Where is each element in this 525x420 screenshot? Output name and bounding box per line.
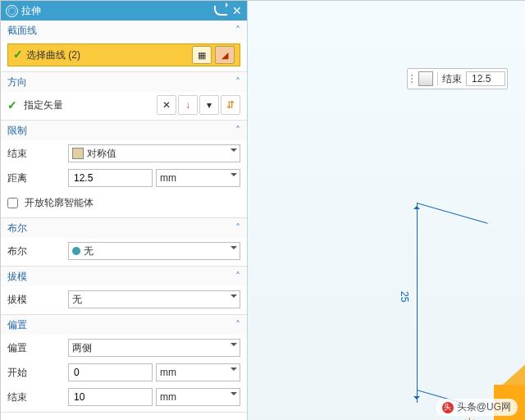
offset-start-label: 开始 xyxy=(7,366,65,380)
section-direction-header[interactable]: 方向 ˄ xyxy=(1,72,247,92)
offset-end-input[interactable] xyxy=(68,388,153,406)
offset-end-label: 结束 xyxy=(7,390,65,404)
bool-label: 布尔 xyxy=(7,244,65,258)
float-end-value[interactable]: 结束 12.5 xyxy=(407,68,508,89)
section-bool: 布尔 ˄ 布尔 无 xyxy=(1,218,247,267)
section-curve-header[interactable]: 截面线 ˄ xyxy=(1,21,247,40)
dimension-value: 25 xyxy=(399,291,410,302)
section-curve: 截面线 ˄ ✓选择曲线 (2) ▦ ◢ xyxy=(1,21,247,72)
distance-unit-select[interactable]: mm xyxy=(156,169,240,187)
chevron-up-icon: ˄ xyxy=(235,319,240,331)
draft-select[interactable]: 无 xyxy=(68,290,240,308)
chevron-up-icon: ˄ xyxy=(235,25,240,36)
viewport-3d[interactable]: 结束 12.5 ✳ ✳ ✳ 25 xyxy=(248,1,525,420)
section-offset: 偏置 ˄ 偏置 两侧 开始 mm 结束 xyxy=(1,315,247,413)
reset-icon[interactable] xyxy=(214,6,227,16)
section-draft: 拔模 ˄ 拔模 无 xyxy=(1,267,247,315)
section-limit: 限制 ˄ 结束 对称值 距离 mm xyxy=(1,121,247,218)
offset-select[interactable]: 两侧 xyxy=(68,339,240,357)
chevron-up-icon: ˄ xyxy=(235,222,240,234)
section-bool-header[interactable]: 布尔 ˄ xyxy=(1,218,247,238)
bool-select[interactable]: 无 xyxy=(68,242,240,260)
curve-rule-icon[interactable]: ◢ xyxy=(215,46,235,64)
vector-row: ✓ 指定矢量 ✕ ↓ ▾ ⇵ xyxy=(7,95,240,115)
app-root: 拉伸 ✕ 截面线 ˄ ✓选择曲线 (2) ▦ ◢ xyxy=(0,0,525,420)
section-draft-header[interactable]: 拔模 ˄ xyxy=(1,267,247,286)
chevron-up-icon: ˄ xyxy=(235,125,240,136)
offset-start-unit[interactable]: mm xyxy=(156,363,240,381)
close-icon[interactable]: ✕ xyxy=(232,5,242,16)
distance-label: 距离 xyxy=(7,171,65,185)
checkmark-icon: ✓ xyxy=(13,48,23,61)
end-type-select[interactable]: 对称值 xyxy=(68,144,240,162)
open-profile-checkbox[interactable]: 开放轮廓智能体 xyxy=(7,193,240,212)
extrude-panel: 拉伸 ✕ 截面线 ˄ ✓选择曲线 (2) ▦ ◢ xyxy=(1,1,248,420)
solid-icon xyxy=(418,71,433,86)
reverse-vector-icon[interactable]: ⇵ xyxy=(221,95,240,115)
none-icon xyxy=(72,247,80,255)
section-limit-header[interactable]: 限制 ˄ xyxy=(1,121,247,140)
select-curve-row[interactable]: ✓选择曲线 (2) ▦ ◢ xyxy=(7,43,240,66)
offset-end-unit[interactable]: mm xyxy=(156,388,240,406)
chevron-up-icon: ˄ xyxy=(235,76,240,88)
watermark: 头 头条@UG网 xyxy=(436,399,518,416)
gear-icon xyxy=(6,5,18,17)
inferred-vector-icon[interactable]: ↓ xyxy=(178,95,198,115)
sketch-icon[interactable]: ▦ xyxy=(192,46,212,64)
distance-input[interactable] xyxy=(68,169,153,187)
dimension: 25 xyxy=(384,203,491,408)
float-end-input[interactable]: 12.5 xyxy=(466,71,505,86)
float-end-label: 结束 xyxy=(442,72,462,86)
extrude-preview: ✳ ✳ ✳ 25 xyxy=(379,121,525,399)
vector-dialog-icon[interactable]: ✕ xyxy=(157,95,176,115)
offset-label: 偏置 xyxy=(7,341,65,355)
end-label: 结束 xyxy=(7,147,65,161)
watermark-logo-icon: 头 xyxy=(442,402,454,413)
chevron-up-icon: ˄ xyxy=(235,271,240,282)
section-offset-header[interactable]: 偏置 ˄ xyxy=(1,315,247,335)
checkmark-icon: ✓ xyxy=(7,98,17,112)
offset-start-input[interactable] xyxy=(68,363,153,381)
panel-titlebar: 拉伸 ✕ xyxy=(1,1,247,21)
section-direction: 方向 ˄ ✓ 指定矢量 ✕ ↓ ▾ ⇵ xyxy=(1,72,247,121)
vector-menu-icon[interactable]: ▾ xyxy=(199,95,219,115)
drag-handle-icon[interactable] xyxy=(409,75,414,83)
draft-label: 拔模 xyxy=(7,293,65,307)
panel-title: 拉伸 xyxy=(21,4,41,18)
